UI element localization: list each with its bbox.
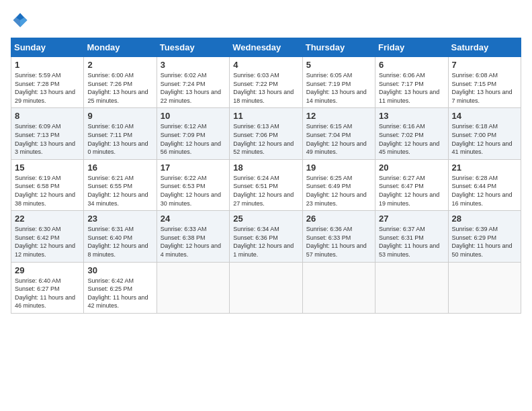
calendar-day-header: Tuesday (157, 38, 229, 57)
calendar-cell: 28Sunrise: 6:39 AM Sunset: 6:29 PM Dayli… (448, 211, 521, 262)
cell-sun-info: Sunrise: 6:00 AM Sunset: 7:26 PM Dayligh… (87, 71, 152, 105)
calendar-cell: 17Sunrise: 6:22 AM Sunset: 6:53 PM Dayli… (157, 159, 229, 210)
day-number: 2 (87, 60, 152, 70)
day-number: 28 (452, 214, 517, 224)
day-number: 8 (15, 111, 80, 121)
calendar-cell: 24Sunrise: 6:33 AM Sunset: 6:38 PM Dayli… (157, 211, 229, 262)
calendar-day-header: Friday (375, 38, 448, 57)
cell-sun-info: Sunrise: 6:16 AM Sunset: 7:02 PM Dayligh… (379, 122, 444, 156)
day-number: 3 (161, 60, 226, 70)
day-number: 1 (15, 60, 80, 70)
calendar-header-row: SundayMondayTuesdayWednesdayThursdayFrid… (11, 38, 521, 57)
day-number: 10 (161, 111, 226, 121)
logo (11, 11, 32, 30)
cell-sun-info: Sunrise: 6:12 AM Sunset: 7:09 PM Dayligh… (161, 122, 226, 156)
cell-sun-info: Sunrise: 6:30 AM Sunset: 6:42 PM Dayligh… (15, 225, 80, 259)
calendar-cell: 14Sunrise: 6:18 AM Sunset: 7:00 PM Dayli… (448, 108, 521, 159)
calendar-cell: 20Sunrise: 6:27 AM Sunset: 6:47 PM Dayli… (375, 159, 448, 210)
cell-sun-info: Sunrise: 6:18 AM Sunset: 7:00 PM Dayligh… (452, 122, 517, 156)
cell-sun-info: Sunrise: 6:09 AM Sunset: 7:13 PM Dayligh… (15, 122, 80, 156)
calendar-cell (157, 262, 229, 313)
cell-sun-info: Sunrise: 6:40 AM Sunset: 6:27 PM Dayligh… (15, 277, 80, 310)
calendar-cell: 27Sunrise: 6:37 AM Sunset: 6:31 PM Dayli… (375, 211, 448, 262)
calendar-cell: 29Sunrise: 6:40 AM Sunset: 6:27 PM Dayli… (11, 262, 84, 313)
calendar-cell: 4Sunrise: 6:03 AM Sunset: 7:22 PM Daylig… (230, 57, 302, 108)
cell-sun-info: Sunrise: 6:08 AM Sunset: 7:15 PM Dayligh… (452, 71, 517, 105)
calendar-cell: 5Sunrise: 6:05 AM Sunset: 7:19 PM Daylig… (302, 57, 375, 108)
calendar-cell: 1Sunrise: 5:59 AM Sunset: 7:28 PM Daylig… (11, 57, 84, 108)
calendar-week-row: 22Sunrise: 6:30 AM Sunset: 6:42 PM Dayli… (11, 211, 521, 262)
day-number: 15 (15, 163, 80, 173)
cell-sun-info: Sunrise: 6:42 AM Sunset: 6:25 PM Dayligh… (87, 277, 152, 310)
calendar-cell: 8Sunrise: 6:09 AM Sunset: 7:13 PM Daylig… (11, 108, 84, 159)
calendar-cell: 11Sunrise: 6:13 AM Sunset: 7:06 PM Dayli… (230, 108, 302, 159)
cell-sun-info: Sunrise: 6:15 AM Sunset: 7:04 PM Dayligh… (306, 122, 371, 156)
calendar-cell (302, 262, 375, 313)
cell-sun-info: Sunrise: 6:31 AM Sunset: 6:40 PM Dayligh… (87, 225, 152, 259)
calendar-week-row: 15Sunrise: 6:19 AM Sunset: 6:58 PM Dayli… (11, 159, 521, 210)
day-number: 23 (87, 214, 152, 224)
calendar-day-header: Thursday (302, 38, 375, 57)
day-number: 11 (233, 111, 298, 121)
cell-sun-info: Sunrise: 6:21 AM Sunset: 6:55 PM Dayligh… (87, 174, 152, 208)
calendar-day-header: Monday (84, 38, 157, 57)
day-number: 13 (379, 111, 444, 121)
calendar-cell: 22Sunrise: 6:30 AM Sunset: 6:42 PM Dayli… (11, 211, 84, 262)
calendar-cell: 25Sunrise: 6:34 AM Sunset: 6:36 PM Dayli… (230, 211, 302, 262)
cell-sun-info: Sunrise: 6:25 AM Sunset: 6:49 PM Dayligh… (306, 174, 371, 208)
day-number: 19 (306, 163, 371, 173)
day-number: 21 (452, 163, 517, 173)
calendar-week-row: 1Sunrise: 5:59 AM Sunset: 7:28 PM Daylig… (11, 57, 521, 108)
calendar-cell: 2Sunrise: 6:00 AM Sunset: 7:26 PM Daylig… (84, 57, 157, 108)
day-number: 17 (161, 163, 226, 173)
day-number: 9 (87, 111, 152, 121)
cell-sun-info: Sunrise: 6:37 AM Sunset: 6:31 PM Dayligh… (379, 225, 444, 259)
calendar-cell (448, 262, 521, 313)
calendar-cell: 7Sunrise: 6:08 AM Sunset: 7:15 PM Daylig… (448, 57, 521, 108)
calendar-cell: 3Sunrise: 6:02 AM Sunset: 7:24 PM Daylig… (157, 57, 229, 108)
calendar-day-header: Wednesday (230, 38, 302, 57)
cell-sun-info: Sunrise: 6:02 AM Sunset: 7:24 PM Dayligh… (161, 71, 226, 105)
page-header (11, 11, 521, 30)
calendar-cell: 18Sunrise: 6:24 AM Sunset: 6:51 PM Dayli… (230, 159, 302, 210)
calendar-week-row: 8Sunrise: 6:09 AM Sunset: 7:13 PM Daylig… (11, 108, 521, 159)
calendar-cell: 26Sunrise: 6:36 AM Sunset: 6:33 PM Dayli… (302, 211, 375, 262)
day-number: 16 (87, 163, 152, 173)
calendar-day-header: Saturday (448, 38, 521, 57)
cell-sun-info: Sunrise: 6:39 AM Sunset: 6:29 PM Dayligh… (452, 225, 517, 259)
cell-sun-info: Sunrise: 6:33 AM Sunset: 6:38 PM Dayligh… (161, 225, 226, 259)
day-number: 27 (379, 214, 444, 224)
calendar-cell: 12Sunrise: 6:15 AM Sunset: 7:04 PM Dayli… (302, 108, 375, 159)
calendar-cell: 30Sunrise: 6:42 AM Sunset: 6:25 PM Dayli… (84, 262, 157, 313)
calendar-cell: 16Sunrise: 6:21 AM Sunset: 6:55 PM Dayli… (84, 159, 157, 210)
calendar-cell: 21Sunrise: 6:28 AM Sunset: 6:44 PM Dayli… (448, 159, 521, 210)
calendar-body: 1Sunrise: 5:59 AM Sunset: 7:28 PM Daylig… (11, 57, 521, 314)
calendar-cell: 23Sunrise: 6:31 AM Sunset: 6:40 PM Dayli… (84, 211, 157, 262)
cell-sun-info: Sunrise: 6:36 AM Sunset: 6:33 PM Dayligh… (306, 225, 371, 259)
day-number: 4 (233, 60, 298, 70)
calendar-week-row: 29Sunrise: 6:40 AM Sunset: 6:27 PM Dayli… (11, 262, 521, 313)
day-number: 6 (379, 60, 444, 70)
day-number: 25 (233, 214, 298, 224)
calendar-cell (230, 262, 302, 313)
day-number: 5 (306, 60, 371, 70)
cell-sun-info: Sunrise: 6:34 AM Sunset: 6:36 PM Dayligh… (233, 225, 298, 259)
calendar-cell: 13Sunrise: 6:16 AM Sunset: 7:02 PM Dayli… (375, 108, 448, 159)
day-number: 22 (15, 214, 80, 224)
cell-sun-info: Sunrise: 6:22 AM Sunset: 6:53 PM Dayligh… (161, 174, 226, 208)
cell-sun-info: Sunrise: 6:06 AM Sunset: 7:17 PM Dayligh… (379, 71, 444, 105)
day-number: 29 (15, 265, 80, 275)
day-number: 26 (306, 214, 371, 224)
logo-icon (11, 11, 30, 30)
day-number: 12 (306, 111, 371, 121)
calendar-day-header: Sunday (11, 38, 84, 57)
cell-sun-info: Sunrise: 6:28 AM Sunset: 6:44 PM Dayligh… (452, 174, 517, 208)
cell-sun-info: Sunrise: 6:10 AM Sunset: 7:11 PM Dayligh… (87, 122, 152, 156)
cell-sun-info: Sunrise: 5:59 AM Sunset: 7:28 PM Dayligh… (15, 71, 80, 105)
calendar-cell: 9Sunrise: 6:10 AM Sunset: 7:11 PM Daylig… (84, 108, 157, 159)
day-number: 14 (452, 111, 517, 121)
calendar-cell: 10Sunrise: 6:12 AM Sunset: 7:09 PM Dayli… (157, 108, 229, 159)
cell-sun-info: Sunrise: 6:13 AM Sunset: 7:06 PM Dayligh… (233, 122, 298, 156)
calendar-cell: 15Sunrise: 6:19 AM Sunset: 6:58 PM Dayli… (11, 159, 84, 210)
day-number: 7 (452, 60, 517, 70)
